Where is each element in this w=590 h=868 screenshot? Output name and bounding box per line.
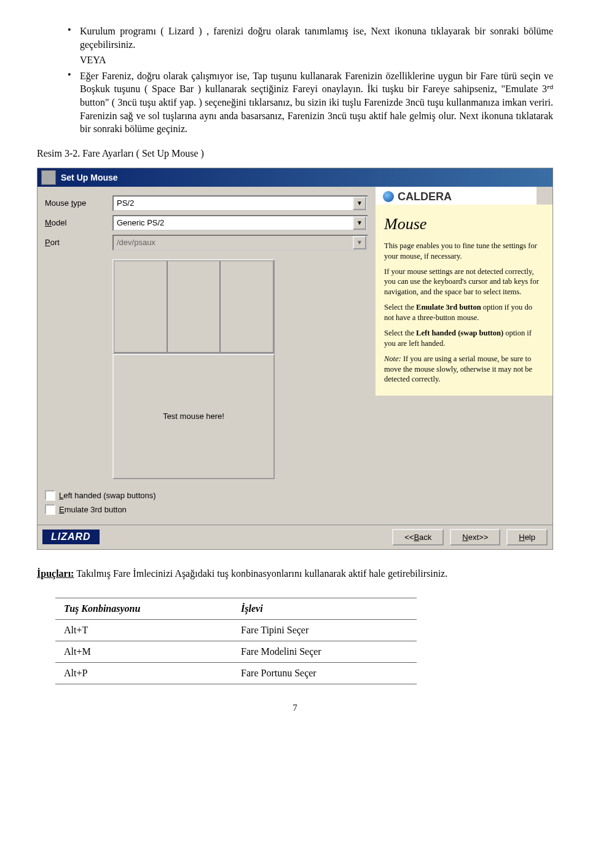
tips-label: İpuçları: — [37, 568, 74, 579]
port-combo: /dev/psaux ▼ — [112, 235, 368, 251]
bullet-dot — [68, 53, 80, 67]
caldera-brand: CALDERA — [376, 187, 537, 205]
help-panel: Mouse This page enables you to fine tune… — [376, 205, 553, 396]
bullet-dot: • — [68, 69, 80, 136]
port-value: /dev/psaux — [114, 238, 352, 247]
port-label: Port — [45, 238, 112, 247]
mouse-test-area[interactable]: Test mouse here! — [112, 354, 275, 479]
keyboard-icon — [41, 170, 56, 185]
table-row: Alt+TFare Tipini Seçer — [55, 619, 417, 641]
figure-caption: Resim 3-2. Fare Ayarları ( Set Up Mouse … — [37, 148, 553, 159]
help-p4: Select the Left handed (swap button) opt… — [384, 328, 544, 349]
dialog-titlebar: Set Up Mouse — [37, 168, 553, 187]
setup-mouse-dialog: Set Up Mouse Mouse type PS/2 ▼ Model Gen… — [37, 168, 553, 550]
help-p5: Note: If you are using a serial mouse, b… — [384, 354, 544, 385]
test-area-label: Test mouse here! — [163, 412, 224, 421]
help-heading: Mouse — [384, 213, 544, 235]
next-button[interactable]: Next>> — [450, 529, 500, 545]
mouse-type-label: Mouse type — [45, 198, 112, 208]
help-button[interactable]: Help — [506, 529, 548, 545]
dialog-title: Set Up Mouse — [61, 173, 118, 182]
model-label: Model — [45, 218, 112, 227]
table-row: Alt+PFare Portunu Seçer — [55, 662, 417, 684]
model-value: Generic PS/2 — [114, 218, 352, 227]
mouse-type-combo[interactable]: PS/2 ▼ — [112, 195, 368, 211]
bullet-dot: • — [68, 25, 80, 51]
caldera-logo-icon — [383, 191, 394, 202]
mouse-button-left-preview — [114, 260, 167, 353]
mouse-button-right-preview — [220, 260, 273, 353]
mouse-button-preview — [112, 259, 275, 354]
page-number: 7 — [37, 703, 553, 713]
mouse-type-value: PS/2 — [114, 198, 352, 208]
table-row: Alt+MFare Modelini Seçer — [55, 641, 417, 662]
lizard-brand: LIZARD — [42, 530, 100, 544]
bullet-1-text: Kurulum programı ( Lizard ) , farenizi d… — [80, 25, 553, 51]
bullet-2-text: Eğer Fareniz, doğru olarak çalışmıyor is… — [80, 69, 553, 136]
back-button[interactable]: <<Back — [392, 529, 444, 545]
emulate-3rd-checkbox[interactable] — [45, 504, 55, 515]
help-p1: This page enables you to fine tune the s… — [384, 241, 544, 262]
tips-text: Takılmış Fare İmlecinizi Aşağıdaki tuş k… — [74, 568, 447, 579]
table-header-func: İşlevi — [232, 598, 417, 619]
chevron-down-icon: ▼ — [353, 236, 366, 249]
key-combination-table: Tuş Konbinasyonu İşlevi Alt+TFare Tipini… — [55, 598, 417, 684]
bullet-veya: VEYA — [80, 53, 106, 67]
tips-paragraph: İpuçları: Takılmış Fare İmlecinizi Aşağı… — [37, 568, 553, 579]
table-header-combo: Tuş Konbinasyonu — [55, 598, 232, 619]
model-combo[interactable]: Generic PS/2 ▼ — [112, 215, 368, 231]
left-handed-label: Left handed (swap buttons) — [59, 491, 156, 500]
left-handed-checkbox[interactable] — [45, 490, 55, 501]
help-p2: If your mouse settings are not detected … — [384, 267, 544, 298]
dialog-footer: LIZARD <<Back Next>> Help — [37, 525, 553, 549]
chevron-down-icon[interactable]: ▼ — [353, 197, 366, 210]
mouse-button-middle-preview — [167, 260, 221, 353]
caldera-brand-text: CALDERA — [398, 190, 452, 203]
emulate-3rd-label: Emulate 3rd button — [59, 505, 127, 514]
help-p3: Select the Emulate 3rd button option if … — [384, 302, 544, 323]
chevron-down-icon[interactable]: ▼ — [353, 216, 366, 230]
